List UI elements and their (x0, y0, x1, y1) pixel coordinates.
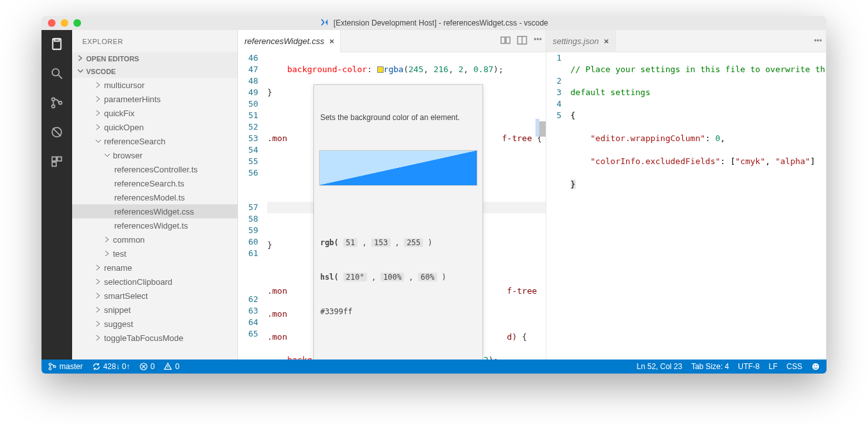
vscode-app-icon (320, 18, 329, 29)
sidebar-title: EXPLORER (72, 30, 237, 52)
tree-folder-quickopen[interactable]: quickOpen (72, 120, 237, 134)
more-actions-icon[interactable]: ••• (534, 35, 542, 47)
tree-folder-snippet[interactable]: snippet (72, 303, 237, 317)
tree-folder-toggletabfocusmode[interactable]: toggleTabFocusMode (72, 331, 237, 345)
maximize-window-button[interactable] (73, 19, 81, 27)
open-editors-section[interactable]: OPEN EDITORS (72, 52, 237, 65)
close-window-button[interactable] (48, 19, 56, 27)
svg-point-24 (814, 365, 815, 366)
language-status[interactable]: CSS (786, 362, 802, 371)
debug-activity-icon[interactable] (49, 125, 64, 140)
search-activity-icon[interactable] (49, 66, 64, 81)
chevron-right-icon (95, 96, 103, 102)
editor-group-right: settings.json × ••• 12345 // Place your … (546, 30, 827, 360)
editor-area: referencesWidget.css × ••• 4647484950515… (238, 30, 827, 360)
close-tab-icon[interactable]: × (604, 36, 609, 46)
chevron-right-icon (95, 321, 103, 327)
svg-rect-9 (52, 157, 56, 161)
more-actions-icon[interactable]: ••• (814, 36, 822, 45)
cursor-position-status[interactable]: Ln 52, Col 23 (637, 362, 682, 371)
chevron-right-icon (95, 292, 103, 299)
line-numbers: 12345 (546, 52, 571, 360)
activity-bar (41, 30, 72, 360)
minimize-window-button[interactable] (61, 19, 68, 27)
chevron-right-icon (95, 335, 103, 341)
tree-folder-referencesearch[interactable]: referenceSearch (72, 134, 237, 148)
explorer-activity-icon[interactable] (49, 36, 64, 52)
tab-bar-left: referencesWidget.css × ••• (238, 30, 546, 52)
svg-rect-12 (501, 37, 505, 43)
tree-folder-suggest[interactable]: suggest (72, 317, 237, 331)
svg-point-23 (812, 363, 819, 370)
svg-point-5 (52, 105, 55, 108)
tree-folder-quickfix[interactable]: quickFix (72, 106, 237, 120)
tab-size-status[interactable]: Tab Size: 4 (691, 362, 729, 371)
svg-point-17 (49, 368, 52, 370)
svg-rect-11 (52, 162, 56, 166)
svg-rect-10 (57, 157, 61, 161)
tree-file-referencescontroller[interactable]: referencesController.ts (72, 162, 237, 176)
svg-line-8 (53, 128, 61, 137)
workspace-label: VSCODE (86, 68, 116, 75)
svg-point-4 (52, 98, 55, 101)
tree-folder-test[interactable]: test (72, 246, 237, 261)
git-branch-status[interactable]: master (48, 362, 83, 371)
svg-point-25 (816, 365, 818, 366)
chevron-down-icon (104, 152, 112, 158)
warnings-status[interactable]: 0 (163, 362, 179, 371)
editor-actions-right: ••• (814, 36, 822, 45)
tab-referenceswidget-css[interactable]: referencesWidget.css × (238, 30, 341, 52)
tab-settings-json[interactable]: settings.json × (546, 30, 616, 52)
git-sync-status[interactable]: 428↓ 0↑ (92, 362, 130, 371)
svg-rect-1 (54, 39, 59, 42)
tree-folder-common[interactable]: common (72, 232, 237, 246)
editor-body-left[interactable]: 4647484950515253545556575859606162636465… (238, 52, 546, 360)
feedback-icon[interactable] (811, 362, 820, 371)
extensions-activity-icon[interactable] (49, 154, 64, 169)
tab-bar-right: settings.json × ••• (546, 30, 826, 52)
source-control-activity-icon[interactable] (49, 95, 64, 110)
tree-file-referenceswidget-css[interactable]: referencesWidget.css (72, 204, 237, 218)
tree-folder-multicursor[interactable]: multicursor (72, 78, 237, 92)
chevron-right-icon (95, 278, 103, 285)
code-content-left[interactable]: background-color: rgba(245, 216, 2, 0.87… (267, 52, 546, 360)
chevron-right-icon (77, 55, 84, 63)
chevron-right-icon (95, 307, 103, 313)
tab-label: settings.json (553, 36, 599, 46)
chevron-right-icon (95, 264, 103, 271)
app-window: [Extension Development Host] - reference… (41, 16, 827, 374)
code-content-right[interactable]: // Place your settings in this file to o… (571, 52, 826, 360)
tree-file-referencesearch-ts[interactable]: referenceSearch.ts (72, 176, 237, 190)
close-tab-icon[interactable]: × (329, 36, 334, 46)
compare-changes-icon[interactable] (500, 35, 511, 47)
chevron-down-icon (77, 68, 84, 75)
editor-body-right[interactable]: 12345 // Place your settings in this fil… (546, 52, 826, 360)
css-hover-widget: Sets the background color of an element.… (313, 84, 483, 360)
tree-folder-selectionclipboard[interactable]: selectionClipboard (72, 275, 237, 289)
eol-status[interactable]: LF (768, 362, 777, 371)
overview-decoration (535, 119, 539, 137)
split-editor-icon[interactable] (517, 35, 527, 47)
tree-folder-smartselect[interactable]: smartSelect (72, 289, 237, 303)
errors-status[interactable]: 0 (139, 362, 155, 371)
editor-group-left: referencesWidget.css × ••• 4647484950515… (238, 30, 546, 360)
scrollbar-thumb[interactable] (539, 121, 546, 137)
svg-rect-13 (506, 37, 510, 43)
status-bar: master 428↓ 0↑ 0 0 Ln 52, Col 23 Tab Siz… (41, 360, 827, 374)
tree-folder-rename[interactable]: rename (72, 261, 237, 275)
tree-folder-browser[interactable]: browser (72, 148, 237, 162)
macos-titlebar: [Extension Development Host] - reference… (41, 16, 827, 30)
open-editors-label: OPEN EDITORS (86, 55, 139, 63)
encoding-status[interactable]: UTF-8 (738, 362, 760, 371)
window-title: [Extension Development Host] - reference… (41, 18, 827, 29)
svg-point-2 (52, 69, 59, 76)
tree-file-referencesmodel[interactable]: referencesModel.ts (72, 190, 237, 204)
tree-folder-parameterhints[interactable]: parameterHints (72, 92, 237, 106)
chevron-right-icon (104, 250, 112, 257)
color-values: rgb( 51 , 153 , 255 ) hsl( 210° , 100% ,… (314, 214, 483, 344)
svg-line-3 (59, 75, 63, 79)
chevron-right-icon (95, 82, 103, 88)
workspace-section[interactable]: VSCODE (72, 65, 237, 78)
workbench: EXPLORER OPEN EDITORS VSCODE multicursor… (41, 30, 827, 360)
tree-file-referenceswidget-ts[interactable]: referencesWidget.ts (72, 218, 237, 232)
